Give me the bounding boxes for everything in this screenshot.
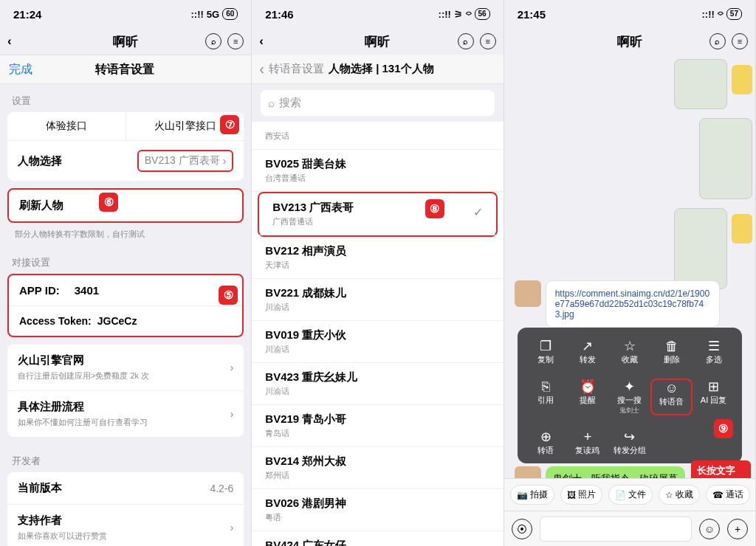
menu-ai-reply[interactable]: ⊞AI 回复 bbox=[693, 379, 735, 415]
status-time: 21:45 bbox=[518, 8, 546, 21]
row-support[interactable]: 支持作者 如果你喜欢可以进行赞赏 › bbox=[7, 504, 244, 546]
search-icon[interactable]: ⌕ bbox=[709, 33, 726, 49]
breadcrumb-title: 人物选择 | 131个人物 bbox=[329, 62, 434, 76]
wifi-icon: ⌔ bbox=[718, 9, 724, 20]
status-bar: 21:45 ::!! ⌔ 57 bbox=[504, 0, 755, 28]
status-bar: 21:46 ::!! ⚞ ⌔ 56 bbox=[252, 0, 503, 28]
voice-item-selected[interactable]: BV213 广西表哥广西普通话✓ bbox=[259, 193, 495, 235]
menu-forward[interactable]: ↗转发 bbox=[567, 338, 609, 365]
voice-list[interactable]: 西安话BV025 甜美台妹台湾普通话BV213 广西表哥广西普通话✓⑧BV212… bbox=[252, 122, 503, 546]
menu-to-lang[interactable]: ⊕转语 bbox=[525, 429, 567, 456]
menu-forward-group[interactable]: ↪转发分组 bbox=[608, 429, 650, 456]
row-person-select[interactable]: 人物选择 BV213 广西表哥 › bbox=[7, 140, 244, 181]
group-label: 开发者 bbox=[0, 444, 251, 472]
search-icon[interactable]: ⌕ bbox=[205, 33, 221, 49]
page-navbar: 完成 转语音设置 bbox=[0, 55, 251, 84]
chevron-right-icon: › bbox=[230, 522, 234, 533]
tool-file[interactable]: 📄文件 bbox=[608, 485, 653, 505]
callout-7: ⑦ bbox=[220, 115, 239, 134]
row-refresh[interactable]: 刷新人物 bbox=[9, 190, 242, 221]
search-icon[interactable]: ⌕ bbox=[458, 33, 474, 49]
topbar-title: 啊昕 bbox=[365, 33, 390, 50]
topbar-title: 啊昕 bbox=[113, 33, 138, 50]
menu-repeat[interactable]: +复读鸡 bbox=[567, 429, 609, 456]
menu-icon[interactable]: ‹ bbox=[7, 34, 12, 49]
tool-call[interactable]: ☎通话 bbox=[706, 485, 750, 505]
voice-item[interactable]: BV214 郑州大叔郑州话 bbox=[252, 447, 503, 489]
tool-photo[interactable]: 🖼照片 bbox=[560, 485, 602, 505]
thumb[interactable] bbox=[674, 59, 727, 109]
chevron-right-icon: › bbox=[223, 155, 227, 167]
callout-8: ⑧ bbox=[425, 199, 444, 218]
voice-input-icon[interactable]: ⦿ bbox=[512, 519, 532, 539]
list-icon[interactable]: ≡ bbox=[732, 33, 748, 49]
back-icon[interactable]: ‹ bbox=[259, 61, 264, 77]
row-appid[interactable]: APP ID: 3401 bbox=[9, 275, 242, 305]
text-input[interactable] bbox=[540, 516, 692, 542]
row-volc-site[interactable]: 火山引擎官网 自行注册后创建应用>免费额度 2k 次 › bbox=[7, 345, 244, 390]
voice-item[interactable]: BV025 甜美台妹台湾普通话 bbox=[252, 150, 503, 192]
emoji-icon[interactable]: ☺ bbox=[699, 519, 720, 539]
link-bubble[interactable]: https://comment.sinaimg.cn/d2/1e/1900e77… bbox=[546, 280, 720, 328]
settings-scroll[interactable]: 设置 体验接口 火山引擎接口 人物选择 BV213 广西表哥 › ⑦ 刷新人物 bbox=[0, 84, 251, 546]
search-icon: ⌕ bbox=[268, 97, 275, 109]
plus-icon[interactable]: + bbox=[727, 519, 748, 539]
callout-9: ⑨ bbox=[714, 419, 733, 438]
voice-item[interactable]: BV423 重庆幺妹儿川渝话 bbox=[252, 363, 503, 405]
voice-item[interactable]: BV212 相声演员天津话 bbox=[252, 237, 503, 279]
menu-favorite[interactable]: ☆收藏 bbox=[608, 338, 650, 365]
breadcrumb-parent[interactable]: 转语音设置 bbox=[269, 62, 324, 76]
input-bar: ⦿ ☺ + bbox=[504, 511, 755, 546]
avatar bbox=[732, 65, 752, 94]
chevron-right-icon: › bbox=[230, 408, 234, 420]
voice-item[interactable]: 西安话 bbox=[252, 122, 503, 150]
attachment-toolbar: 📷拍摄🖼照片📄文件☆收藏☎通话▶转 bbox=[504, 478, 755, 511]
topbar-title: 啊昕 bbox=[617, 33, 642, 50]
tool-fav[interactable]: ☆收藏 bbox=[659, 485, 700, 505]
voice-item[interactable]: BV019 重庆小伙川渝话 bbox=[252, 321, 503, 363]
thumb[interactable] bbox=[699, 118, 752, 199]
callout-5: ⑤ bbox=[219, 286, 238, 305]
menu-multiselect[interactable]: ☰多选 bbox=[693, 338, 735, 365]
context-menu: ❐复制↗转发☆收藏🗑删除☰多选⎘引用⏰提醒✦搜一搜鬼剑士☺转语音⊞AI 回复⊕转… bbox=[518, 328, 742, 463]
chat-body: https://comment.sinaimg.cn/d2/1e/1900e77… bbox=[504, 55, 755, 546]
done-button[interactable]: 完成 bbox=[9, 62, 32, 77]
status-time: 21:46 bbox=[265, 8, 293, 21]
row-register-flow[interactable]: 具体注册流程 如果你不懂如何注册可自行查看学习 › bbox=[7, 390, 244, 437]
row-version: 当前版本 4.2-6 bbox=[7, 472, 244, 504]
page-title: 转语音设置 bbox=[32, 62, 217, 77]
wifi-icon: ⌔ bbox=[466, 9, 472, 20]
app-topbar: ‹ 啊昕 ⌕ ≡ bbox=[252, 28, 503, 55]
refresh-hint: 部分人物转换有字数限制，自行测试 bbox=[0, 226, 251, 246]
phone-voice-list: 21:46 ::!! ⚞ ⌔ 56 ‹ 啊昕 ⌕ ≡ ‹ 转语音设置 人物选择 … bbox=[252, 0, 504, 546]
group-label: 设置 bbox=[0, 84, 251, 112]
menu-remind[interactable]: ⏰提醒 bbox=[567, 379, 609, 415]
voice-item[interactable]: BV221 成都妹儿川渝话 bbox=[252, 279, 503, 321]
battery-icon: 60 bbox=[222, 8, 238, 20]
row-token[interactable]: Access Token: JGCeCz bbox=[9, 305, 242, 336]
menu-search[interactable]: ✦搜一搜鬼剑士 bbox=[608, 379, 650, 415]
phone-settings: 21:24 ::!! 5G 60 ‹ 啊昕 ⌕ ≡ 完成 转语音设置 设置 体验… bbox=[0, 0, 252, 546]
image-thumbnails bbox=[664, 55, 752, 294]
list-icon[interactable]: ≡ bbox=[480, 33, 496, 49]
menu-to-voice[interactable]: ☺转语音 bbox=[650, 379, 693, 415]
voice-item[interactable]: BV424 广东女仔粤语 bbox=[252, 531, 503, 546]
list-icon[interactable]: ≡ bbox=[227, 33, 244, 49]
menu-delete[interactable]: 🗑删除 bbox=[650, 338, 693, 365]
callout-6: ⑥ bbox=[99, 193, 118, 212]
thumb[interactable] bbox=[674, 208, 727, 289]
seg-trial[interactable]: 体验接口 bbox=[7, 112, 126, 140]
status-right: ::!! 5G 60 bbox=[191, 8, 238, 20]
voice-item[interactable]: BV219 青岛小哥青岛话 bbox=[252, 405, 503, 447]
menu-quote[interactable]: ⎘引用 bbox=[525, 379, 567, 415]
breadcrumb: ‹ 转语音设置 人物选择 | 131个人物 bbox=[252, 55, 503, 84]
menu-copy[interactable]: ❐复制 bbox=[525, 338, 567, 365]
tool-shoot[interactable]: 📷拍摄 bbox=[510, 485, 554, 505]
phone-chat: 21:45 ::!! ⌔ 57 啊昕 ⌕ ≡ https://comment.s… bbox=[504, 0, 756, 546]
app-topbar: ‹ 啊昕 ⌕ ≡ bbox=[0, 28, 251, 55]
menu-icon[interactable]: ‹ bbox=[259, 34, 264, 49]
battery-icon: 57 bbox=[726, 8, 742, 20]
status-bar: 21:24 ::!! 5G 60 bbox=[0, 0, 251, 28]
search-input[interactable]: ⌕ 搜索 bbox=[261, 90, 494, 116]
voice-item[interactable]: BV026 港剧男神粤语 bbox=[252, 489, 503, 531]
